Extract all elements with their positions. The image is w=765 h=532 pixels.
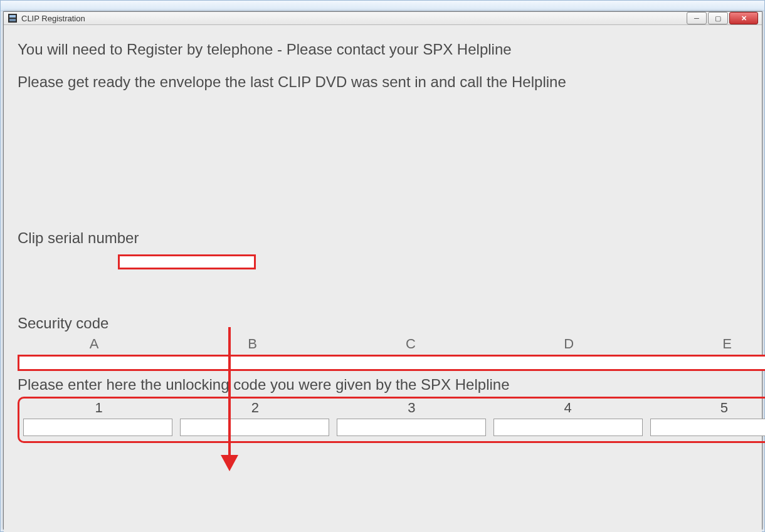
close-icon: ✕ xyxy=(741,15,747,22)
unlock-col-4: 4 xyxy=(492,400,643,416)
window-title: CLIP Registration xyxy=(21,14,85,23)
maximize-icon: ▢ xyxy=(715,15,721,22)
svg-marker-11 xyxy=(221,455,238,471)
unlock-input-2[interactable] xyxy=(180,419,329,436)
security-code-columns: A B C D E F xyxy=(18,336,765,352)
instruction-2: Please get ready the envelope the last C… xyxy=(18,73,765,91)
minimize-icon: ─ xyxy=(694,15,699,22)
titlebar: CLIP Registration ─ ▢ ✕ xyxy=(4,12,762,25)
unlock-input-5[interactable] xyxy=(650,419,765,436)
registration-window: CLIP Registration ─ ▢ ✕ xyxy=(3,11,762,529)
unlock-input-3[interactable] xyxy=(337,419,486,436)
unlock-input-1[interactable] xyxy=(23,419,172,436)
sec-col-C: C xyxy=(334,336,487,352)
unlock-input-4[interactable] xyxy=(493,419,643,436)
sec-col-B: B xyxy=(176,336,329,352)
instruction-1: You will need to Register by telephone -… xyxy=(18,40,765,59)
sec-col-E: E xyxy=(650,336,765,352)
unlock-code-section: 1 2 3 4 5 6 xyxy=(18,397,765,443)
unlock-col-2: 2 xyxy=(179,400,330,416)
maximize-button[interactable]: ▢ xyxy=(708,12,728,24)
unlock-col-3: 3 xyxy=(336,400,487,416)
unlock-col-5: 5 xyxy=(648,400,765,416)
app-icon xyxy=(8,13,18,23)
instruction-3: Please enter here the unlocking code you… xyxy=(18,376,765,394)
close-button[interactable]: ✕ xyxy=(729,12,758,24)
security-code-label: Security code xyxy=(18,315,765,332)
serial-number-box xyxy=(118,254,256,269)
minimize-button[interactable]: ─ xyxy=(687,12,707,24)
sec-col-A: A xyxy=(18,336,171,352)
unlock-col-1: 1 xyxy=(23,400,174,416)
security-code-box xyxy=(18,355,765,371)
svg-rect-2 xyxy=(9,19,16,21)
serial-label: Clip serial number xyxy=(18,229,765,247)
sec-col-D: D xyxy=(492,336,645,352)
svg-rect-1 xyxy=(9,15,16,18)
